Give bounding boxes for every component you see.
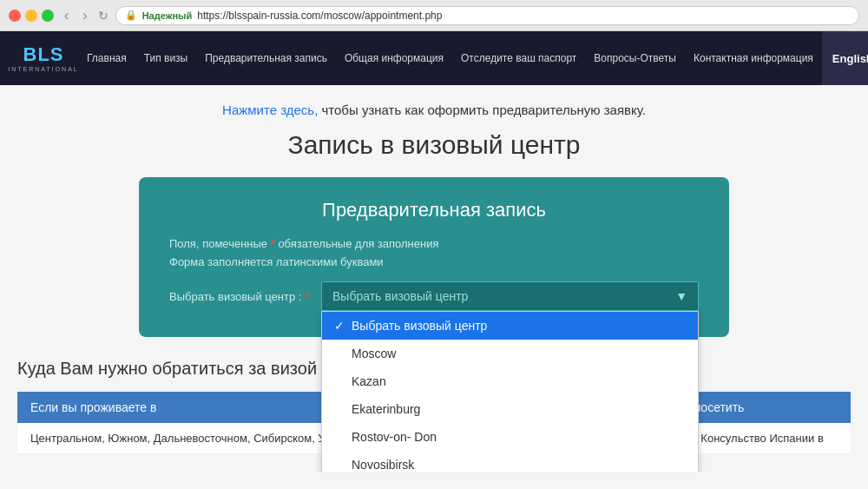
dropdown-menu: ✓ Выбрать визовый центр ✓ Moscow ✓ Kazan… <box>321 311 699 472</box>
dropdown-item-4[interactable]: ✓ Rostov-on- Don <box>322 423 698 451</box>
close-button[interactable] <box>9 10 21 22</box>
form-card-title: Предварительная запись <box>169 199 699 221</box>
logo: BLS INTERNATIONAL <box>9 41 78 76</box>
url-display: https://blsspain-russia.com/moscow/appoi… <box>197 10 442 22</box>
visa-center-select[interactable]: Выбрать визовый центр ▼ <box>321 281 699 311</box>
nav-general-info[interactable]: Общая информация <box>336 31 452 85</box>
promo-suffix: чтобы узнать как оформить предварительну… <box>318 102 646 117</box>
required-info: Поля, помеченные * обязательные для запо… <box>169 237 699 250</box>
visa-center-row: Выбрать визовый центр : * Выбрать визовы… <box>169 281 699 311</box>
reload-button[interactable]: ↻ <box>98 9 108 23</box>
page-title: Запись в визовый центр <box>17 130 851 160</box>
window-controls <box>9 10 54 22</box>
secure-icon: 🔒 <box>125 10 137 21</box>
dropdown-item-3[interactable]: ✓ Ekaterinburg <box>322 395 698 423</box>
dropdown-item-2[interactable]: ✓ Kazan <box>322 367 698 395</box>
required-text: Поля, помеченные <box>169 237 271 250</box>
check-icon-0: ✓ <box>334 319 345 333</box>
nav-links-container: Главная Тип визы Предварительная запись … <box>78 31 822 85</box>
minimize-button[interactable] <box>25 10 37 22</box>
main-content: Нажмите здесь, чтобы узнать как оформить… <box>0 85 868 472</box>
language-selector: English Españ... <box>822 31 868 85</box>
promo-link[interactable]: Нажмите здесь, <box>222 102 318 117</box>
browser-chrome: ‹ › ↻ 🔒 Надежный https://blsspain-russia… <box>0 0 868 31</box>
visa-center-select-wrapper: Выбрать визовый центр ▼ ✓ Выбрать визовы… <box>321 281 699 311</box>
forward-button[interactable]: › <box>79 6 90 25</box>
maximize-button[interactable] <box>42 10 54 22</box>
secure-label: Надежный <box>142 10 193 21</box>
label-star: * <box>305 290 309 303</box>
nav-home[interactable]: Главная <box>78 31 135 85</box>
logo-international: INTERNATIONAL <box>8 66 79 72</box>
chevron-down-icon: ▼ <box>675 289 687 303</box>
latin-info: Форма заполняется латинскими буквами <box>169 255 699 268</box>
dropdown-item-0[interactable]: ✓ Выбрать визовый центр <box>322 312 698 340</box>
nav-visa-type[interactable]: Тип визы <box>135 31 197 85</box>
main-navbar: BLS INTERNATIONAL Главная Тип визы Предв… <box>0 31 868 85</box>
promo-line: Нажмите здесь, чтобы узнать как оформить… <box>17 102 851 117</box>
dropdown-item-5[interactable]: ✓ Novosibirsk <box>322 451 698 472</box>
form-card: Предварительная запись Поля, помеченные … <box>139 177 729 337</box>
nav-track-passport[interactable]: Отследите ваш паспорт <box>452 31 585 85</box>
select-value: Выбрать визовый центр <box>332 289 468 303</box>
dropdown-item-1[interactable]: ✓ Moscow <box>322 340 698 367</box>
logo-bls: BLS <box>23 45 63 64</box>
nav-appointment[interactable]: Предварительная запись <box>196 31 336 85</box>
nav-contact[interactable]: Контактная информация <box>685 31 822 85</box>
lang-english[interactable]: English <box>822 31 868 85</box>
nav-faq[interactable]: Вопросы-Ответы <box>585 31 685 85</box>
visa-center-label: Выбрать визовый центр : * <box>169 290 321 303</box>
required-suffix: обязательные для заполнения <box>275 237 439 250</box>
address-bar[interactable]: 🔒 Надежный https://blsspain-russia.com/m… <box>115 6 859 25</box>
back-button[interactable]: ‹ <box>61 6 72 25</box>
